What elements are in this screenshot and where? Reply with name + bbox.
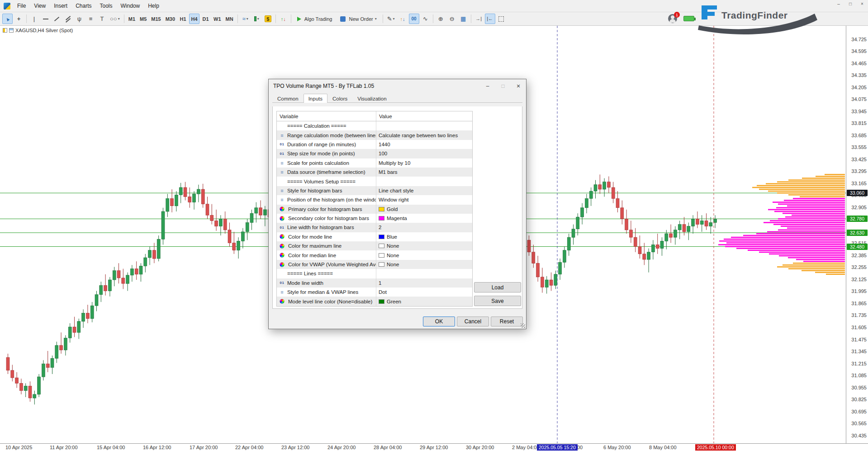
text-tool-button[interactable]: T [97,14,107,24]
timeframe-m5[interactable]: M5 [138,14,148,24]
param-row[interactable]: ≡Position of the histogram (on the windo… [277,195,472,204]
zoom-out-button[interactable]: ⊖ [447,14,457,24]
timeframe-m15[interactable]: M15 [149,14,162,24]
sort-button[interactable]: ↑↓ [398,14,408,24]
ok-button[interactable]: OK [423,317,455,326]
menu-file[interactable]: File [13,1,30,11]
new-order-label: New Order [349,16,373,22]
tab-inputs[interactable]: Inputs [304,94,327,103]
time-badge: 2025.05.10 00:00 [695,444,736,451]
zigzag-button[interactable]: ∿ [420,14,431,24]
dialog-resize-grip[interactable] [521,323,525,328]
step-forward-button[interactable]: →| [474,14,484,24]
save-button[interactable]: Save [474,296,521,306]
menu-view[interactable]: View [30,1,50,11]
param-row[interactable]: 01Line width for histogram bars2 [277,223,472,232]
param-row[interactable]: 01Step size for mode (in points)100 [277,149,472,158]
param-value[interactable]: Green [387,299,401,304]
depth-of-market-button[interactable]: 00 [409,14,419,24]
param-row[interactable]: ≡Range calculation mode (between lines..… [277,130,472,139]
param-value[interactable]: None [387,262,399,267]
param-row[interactable]: Mode level line color (None=disable)Gree… [277,297,472,306]
dialog-titlebar[interactable]: TPO Volume Range MT5 - By TFLab 1.05 – □… [269,79,526,93]
timeframe-d1[interactable]: D1 [200,14,211,24]
menu-window[interactable]: Window [117,1,144,11]
param-value[interactable]: Blue [387,234,397,240]
param-value[interactable]: 100 [379,151,387,156]
timeframe-mn[interactable]: MN [224,14,235,24]
tab-visualization[interactable]: Visualization [352,94,391,103]
time-axis[interactable]: 10 Apr 202511 Apr 20:0015 Apr 04:0016 Ap… [0,443,868,451]
timeframe-m1[interactable]: M1 [127,14,137,24]
param-row[interactable]: Color for mode lineBlue [277,232,472,241]
param-row[interactable]: ===== Calculation ===== [277,121,472,130]
menu-charts[interactable]: Charts [71,1,95,11]
tab-common[interactable]: Common [272,94,304,103]
param-row[interactable]: Secondary color for histogram barsMagent… [277,214,472,223]
draw-tools-button[interactable]: ✎▾ [385,14,397,24]
pitchfork-tool-button[interactable]: ψ [74,14,85,24]
dialog-close-button[interactable]: × [511,79,526,93]
cancel-button[interactable]: Cancel [457,317,489,326]
param-row[interactable]: 01Duration of range (in minutes)1440 [277,140,472,149]
param-row[interactable]: ===== Lines ===== [277,269,472,278]
window-minimize-button[interactable]: – [833,0,844,7]
param-value[interactable]: None [387,243,399,249]
param-row[interactable]: ===== Volumes Setup ===== [277,177,472,186]
grid-button[interactable]: ▦ [458,14,469,24]
param-value[interactable]: Window right [379,197,408,202]
param-row[interactable]: 01Mode line width1 [277,278,472,288]
shapes-tool-button[interactable]: ○○▾ [108,14,122,24]
param-row[interactable]: ≡Style for median & VWAP linesDot [277,288,472,297]
reset-button[interactable]: Reset [491,317,523,326]
menu-insert[interactable]: Insert [50,1,71,11]
timeframe-h4[interactable]: H4 [189,14,199,24]
param-row[interactable]: ≡Scale for points calculationMultiply by… [277,158,472,168]
fibonacci-tool-button[interactable]: ≡ [85,14,96,24]
param-row[interactable]: ≡Style for histogram barsLine chart styl… [277,186,472,195]
horizontal-line-tool-button[interactable] [40,14,51,24]
vertical-line-tool-button[interactable]: | [29,14,39,24]
param-row[interactable]: Color for maximum lineNone [277,241,472,250]
price-axis[interactable]: 34.72534.59534.46534.33534.20534.07533.9… [846,26,868,443]
quotes-button[interactable]: $ [263,14,273,24]
param-value[interactable]: Dot [379,289,387,295]
dialog-minimize-button[interactable]: – [480,79,495,93]
zoom-in-button[interactable]: ⊕ [436,14,446,24]
param-value[interactable]: Calculate range between two lines [379,133,458,138]
menu-help[interactable]: Help [144,1,163,11]
param-row[interactable]: Color for VWAP (Volume Weighted Ave...No… [277,260,472,269]
load-button[interactable]: Load [474,282,521,293]
indicators-button[interactable]: ≈▾ [240,14,251,24]
chart-shift-button[interactable] [496,14,507,24]
auto-scroll-button[interactable]: |← [485,14,495,24]
param-row[interactable]: ≡Data source (timeframe selection)M1 bar… [277,168,472,177]
param-value[interactable]: Gold [387,206,398,212]
window-close-button[interactable]: × [856,0,868,7]
cursor-tool-button[interactable]: ▲ [2,14,13,24]
param-value[interactable]: Line chart style [379,188,413,193]
window-restore-button[interactable]: □ [844,0,856,7]
timeframe-h1[interactable]: H1 [178,14,188,24]
account-status[interactable]: 1 [668,14,677,23]
param-value[interactable]: 1440 [379,142,390,147]
trendline-tool-button[interactable] [52,14,62,24]
param-value[interactable]: Magenta [387,216,407,221]
param-value[interactable]: None [387,253,399,258]
timeframe-m30[interactable]: M30 [164,14,177,24]
new-order-button[interactable]: New Order▾ [337,14,380,24]
param-value[interactable]: 2 [379,225,381,230]
menu-tools[interactable]: Tools [96,1,117,11]
param-row[interactable]: Primary color for histogram barsGold [277,205,472,214]
param-value[interactable]: 1 [379,280,381,286]
channel-tool-button[interactable] [63,14,73,24]
tab-colors[interactable]: Colors [327,94,352,103]
chart-type-button[interactable]: ▾ [251,14,262,24]
crosshair-tool-button[interactable]: + [14,14,24,24]
timeframe-w1[interactable]: W1 [212,14,223,24]
param-value[interactable]: M1 bars [379,169,398,175]
param-row[interactable]: Color for median lineNone [277,250,472,259]
tick-chart-button[interactable]: ↑↓ [278,14,289,24]
algo-trading-button[interactable]: Algo Trading [294,14,336,24]
param-value[interactable]: Multiply by 10 [379,160,410,166]
